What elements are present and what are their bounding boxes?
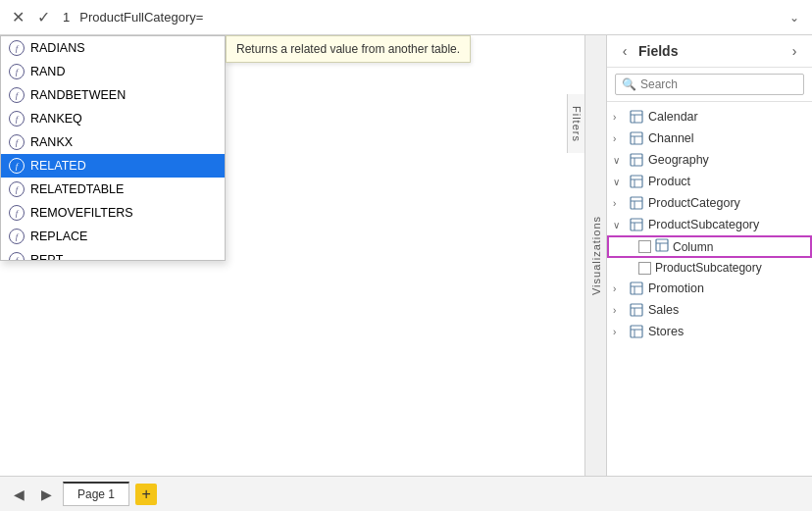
table-icon — [629, 109, 644, 125]
dropdown-label: RANKEQ — [30, 112, 82, 126]
svg-rect-24 — [631, 304, 642, 316]
chevron-right-icon: › — [613, 283, 625, 294]
function-hint: Returns a related value from another tab… — [226, 35, 471, 63]
table-icon — [629, 281, 644, 296]
table-icon — [629, 174, 644, 189]
formula-chevron-icon[interactable]: ⌄ — [785, 8, 804, 27]
fx-icon: f — [9, 40, 25, 56]
dropdown-label: RELATED — [30, 159, 86, 173]
dropdown-label: REPT — [30, 253, 63, 261]
tree-item-label: Channel — [648, 131, 806, 145]
dropdown-label: REMOVEFILTERS — [30, 206, 133, 220]
table-icon — [629, 130, 644, 146]
tree-item-productsubcategory[interactable]: ∨ ProductSubcategory — [607, 214, 812, 235]
fields-search-input[interactable] — [640, 77, 797, 91]
fields-search-wrapper: 🔍 — [615, 74, 804, 95]
fields-tree: › Calendar › — [607, 102, 812, 476]
chevron-right-icon: › — [613, 327, 625, 337]
tree-item-channel[interactable]: › Channel — [607, 128, 812, 149]
dropdown-item-rankx[interactable]: f RANKX — [1, 130, 225, 154]
fx-icon: f — [9, 64, 25, 79]
svg-rect-9 — [631, 176, 642, 187]
left-panel: f RADIANS f RAND f RANDBETWEEN f RANKEQ … — [0, 35, 584, 476]
tree-child-label: Column — [673, 240, 713, 254]
formula-input[interactable] — [79, 10, 779, 25]
filter-tab[interactable]: Filters — [567, 94, 584, 153]
table-icon — [655, 238, 669, 255]
dropdown-item-rept[interactable]: f REPT — [1, 248, 225, 261]
dropdown-item-randbetween[interactable]: f RANDBETWEEN — [1, 83, 225, 107]
fields-nav-back-button[interactable]: ‹ — [615, 41, 634, 61]
dropdown-list: f RADIANS f RAND f RANDBETWEEN f RANKEQ … — [0, 35, 226, 261]
productsubcategory-checkbox[interactable] — [638, 262, 651, 275]
dropdown-item-radians[interactable]: f RADIANS — [1, 36, 225, 60]
chevron-right-icon: › — [613, 112, 625, 123]
add-page-button[interactable]: + — [135, 484, 157, 505]
dropdown-item-removefilters[interactable]: f REMOVEFILTERS — [1, 201, 225, 225]
tree-item-calendar[interactable]: › Calendar — [607, 106, 812, 128]
fields-nav-forward-button[interactable]: › — [785, 41, 804, 61]
chevron-down-icon: ∨ — [613, 220, 625, 230]
svg-rect-27 — [631, 326, 642, 337]
tree-child-label: ProductSubcategory — [655, 261, 762, 275]
fx-icon: f — [9, 111, 25, 127]
svg-rect-12 — [631, 197, 642, 209]
close-icon[interactable]: ✕ — [8, 8, 27, 27]
dropdown-item-rankeq[interactable]: f RANKEQ — [1, 107, 225, 130]
dropdown-item-related[interactable]: f RELATED — [1, 154, 225, 178]
chevron-right-icon: › — [613, 198, 625, 209]
svg-rect-0 — [631, 111, 642, 123]
svg-rect-18 — [656, 239, 668, 251]
table-icon — [629, 217, 644, 232]
page-next-button[interactable]: ▶ — [35, 484, 57, 505]
chevron-down-icon: ∨ — [613, 155, 625, 166]
tree-item-stores[interactable]: › Stores — [607, 321, 812, 342]
dropdown-label: RADIANS — [30, 41, 85, 55]
filter-tab-label: Filters — [571, 106, 583, 142]
page-tab-1[interactable]: Page 1 — [63, 482, 129, 506]
fx-icon: f — [9, 181, 25, 197]
tree-item-geography[interactable]: ∨ Geography — [607, 149, 812, 171]
function-dropdown: f RADIANS f RAND f RANDBETWEEN f RANKEQ … — [0, 35, 226, 261]
fields-panel: ‹ Fields › 🔍 › Calendar — [606, 35, 812, 476]
dropdown-item-relatedtable[interactable]: f RELATEDTABLE — [1, 178, 225, 201]
table-icon — [629, 302, 644, 318]
page-prev-button[interactable]: ◀ — [8, 484, 29, 505]
dropdown-item-replace[interactable]: f REPLACE — [1, 225, 225, 248]
svg-rect-15 — [631, 219, 642, 230]
line-number: 1 — [59, 10, 74, 25]
dropdown-item-rand[interactable]: f RAND — [1, 60, 225, 83]
fx-icon: f — [9, 229, 25, 244]
tree-item-promotion[interactable]: › Promotion — [607, 278, 812, 299]
column-checkbox[interactable] — [638, 240, 651, 253]
tree-item-label: Sales — [648, 303, 806, 317]
chevron-right-icon: › — [613, 133, 625, 144]
tree-item-product[interactable]: ∨ Product — [607, 171, 812, 192]
visualizations-label: Visualizations — [590, 216, 602, 295]
svg-rect-21 — [631, 282, 642, 294]
fx-icon: f — [9, 158, 25, 174]
fields-title: Fields — [638, 43, 781, 59]
fx-icon: f — [9, 205, 25, 221]
table-icon — [629, 152, 644, 168]
fx-icon: f — [9, 87, 25, 103]
fields-search-bar: 🔍 — [607, 68, 812, 102]
tree-child-productsubcategory[interactable]: ProductSubcategory — [607, 258, 812, 278]
dropdown-label: RAND — [30, 65, 65, 78]
chevron-right-icon: › — [613, 305, 625, 316]
fx-icon: f — [9, 252, 25, 261]
dropdown-label: RANDBETWEEN — [30, 88, 126, 102]
table-icon — [629, 324, 644, 339]
tree-item-label: Promotion — [648, 281, 806, 295]
dropdown-label: REPLACE — [30, 230, 87, 243]
tree-item-productcategory[interactable]: › ProductCategory — [607, 192, 812, 214]
check-icon[interactable]: ✓ — [33, 8, 53, 27]
tree-item-label: Calendar — [648, 110, 806, 124]
tree-item-label: Geography — [648, 153, 806, 167]
formula-bar: ✕ ✓ 1 ⌄ — [0, 0, 812, 35]
tree-item-sales[interactable]: › Sales — [607, 299, 812, 321]
chevron-down-icon: ∨ — [613, 177, 625, 187]
main-area: f RADIANS f RAND f RANDBETWEEN f RANKEQ … — [0, 35, 812, 476]
table-icon — [629, 195, 644, 211]
tree-child-column[interactable]: Column — [607, 235, 812, 258]
